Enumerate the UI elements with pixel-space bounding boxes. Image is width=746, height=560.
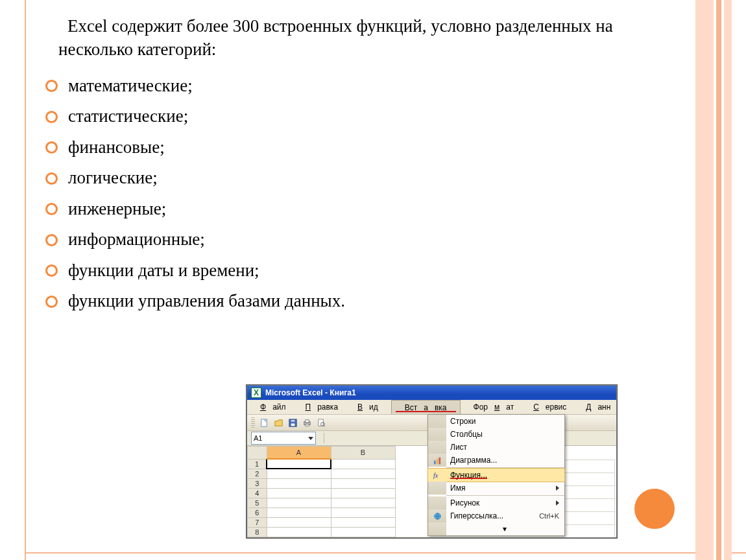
- insert-menu-dropdown[interactable]: Строки Столбцы Лист Диаграмма... fxФункц…: [427, 414, 565, 536]
- row-header[interactable]: 1: [248, 459, 267, 469]
- menu-item-rows[interactable]: Строки: [428, 415, 564, 428]
- row-header[interactable]: 5: [248, 498, 267, 508]
- menu-item-label: Функция...: [450, 471, 487, 480]
- slide-left-rule: [25, 0, 26, 560]
- preview-icon[interactable]: [315, 416, 328, 429]
- fx-icon: fx: [428, 469, 446, 482]
- list-item: математические;: [68, 71, 193, 102]
- menu-insert[interactable]: Вставка: [391, 400, 461, 414]
- chart-icon: [428, 454, 446, 467]
- row-header[interactable]: 8: [248, 527, 267, 537]
- menu-expand[interactable]: ▾: [428, 522, 564, 535]
- svg-rect-2: [291, 423, 295, 426]
- cell[interactable]: [331, 478, 395, 488]
- bullet-icon: [45, 264, 58, 277]
- svg-rect-0: [261, 419, 266, 426]
- name-box[interactable]: A1: [251, 432, 316, 445]
- svg-line-9: [324, 425, 325, 426]
- bullet-icon: [45, 111, 58, 123]
- menu-bar[interactable]: Файл Правка Вид Вставка Формат Сервис Да…: [247, 400, 616, 415]
- cell[interactable]: [267, 469, 331, 478]
- cell[interactable]: [331, 459, 395, 469]
- column-header-b[interactable]: B: [331, 447, 395, 460]
- slide-bottom-rule: [25, 552, 746, 554]
- active-cell-ref: A1: [254, 434, 262, 442]
- svg-rect-11: [436, 458, 438, 463]
- row-header[interactable]: 4: [248, 488, 267, 498]
- list-item: статистические;: [68, 101, 188, 132]
- svg-rect-6: [305, 424, 309, 426]
- hyperlink-icon: [428, 509, 446, 522]
- menu-item-name[interactable]: Имя: [428, 482, 564, 495]
- toolbar-grip-icon[interactable]: [251, 417, 255, 428]
- list-item: финансовые;: [68, 132, 165, 163]
- bullet-icon: [45, 234, 58, 246]
- fx-label[interactable]: [321, 433, 324, 443]
- menu-item-function[interactable]: fxФункция...: [427, 468, 565, 482]
- row-header[interactable]: 6: [248, 508, 267, 517]
- menu-view[interactable]: Вид: [351, 400, 391, 414]
- cell[interactable]: [331, 469, 395, 478]
- cell[interactable]: [267, 488, 331, 498]
- menu-item-sheet[interactable]: Лист: [428, 441, 564, 454]
- list-item: функции даты и времени;: [68, 255, 259, 286]
- menu-data[interactable]: Данн: [579, 400, 617, 414]
- excel-screenshot: X Microsoft Excel - Книга1 Файл Правка В…: [247, 385, 617, 538]
- cell[interactable]: [331, 488, 395, 498]
- menu-item-columns[interactable]: Столбцы: [428, 428, 564, 441]
- intro-paragraph: Excel содержит более 300 встроенных функ…: [58, 14, 675, 62]
- list-item: функции управления базами данных.: [68, 286, 345, 317]
- svg-text:fx: fx: [433, 472, 438, 479]
- list-item: логические;: [68, 163, 158, 194]
- shortcut-label: Ctrl+K: [539, 512, 559, 520]
- row-header[interactable]: 7: [248, 517, 267, 527]
- dropdown-icon[interactable]: [308, 437, 313, 440]
- bullet-icon: [45, 141, 58, 154]
- window-title: Microsoft Excel - Книга1: [265, 388, 356, 397]
- svg-rect-3: [291, 419, 295, 421]
- menu-file[interactable]: Файл: [254, 400, 299, 414]
- cell[interactable]: [331, 498, 395, 508]
- list-item: информационные;: [68, 224, 205, 255]
- menu-edit[interactable]: Правка: [299, 400, 352, 414]
- save-icon[interactable]: [286, 416, 299, 429]
- open-icon[interactable]: [272, 416, 285, 429]
- bullet-icon: [45, 172, 58, 185]
- menu-item-hyperlink[interactable]: Гиперссылка...Ctrl+K: [428, 509, 564, 522]
- cell[interactable]: [267, 498, 331, 508]
- bullet-icon: [45, 296, 58, 308]
- bullet-icon: [45, 80, 58, 92]
- menu-item-picture[interactable]: Рисунок: [428, 496, 564, 509]
- cell[interactable]: [331, 508, 395, 517]
- menu-service[interactable]: Сервис: [527, 400, 579, 414]
- cell[interactable]: [267, 527, 331, 537]
- background-grid-right: [563, 460, 615, 537]
- column-header-a[interactable]: A: [267, 447, 331, 460]
- accent-circle: [634, 489, 675, 529]
- submenu-arrow-icon: [556, 485, 559, 491]
- cell[interactable]: [331, 517, 395, 527]
- svg-rect-5: [305, 419, 309, 422]
- row-header[interactable]: 3: [248, 478, 267, 488]
- menu-item-chart[interactable]: Диаграмма...: [428, 454, 564, 467]
- svg-rect-12: [439, 457, 440, 463]
- cell[interactable]: [267, 508, 331, 517]
- excel-app-icon: X: [251, 388, 261, 398]
- slide-right-stripes: [695, 0, 732, 560]
- cell-a1[interactable]: [267, 459, 331, 469]
- cell[interactable]: [267, 478, 331, 488]
- menu-format[interactable]: Формат: [461, 400, 527, 414]
- submenu-arrow-icon: [556, 500, 559, 506]
- cell[interactable]: [267, 517, 331, 527]
- row-header[interactable]: 2: [248, 469, 267, 478]
- category-list: математические; статистические; финансов…: [45, 71, 675, 317]
- cell[interactable]: [331, 527, 395, 537]
- bullet-icon: [45, 203, 58, 215]
- window-titlebar: X Microsoft Excel - Книга1: [247, 386, 616, 400]
- new-file-icon[interactable]: [258, 416, 271, 429]
- print-icon[interactable]: [300, 416, 313, 429]
- list-item: инженерные;: [68, 194, 166, 225]
- svg-rect-10: [433, 460, 435, 464]
